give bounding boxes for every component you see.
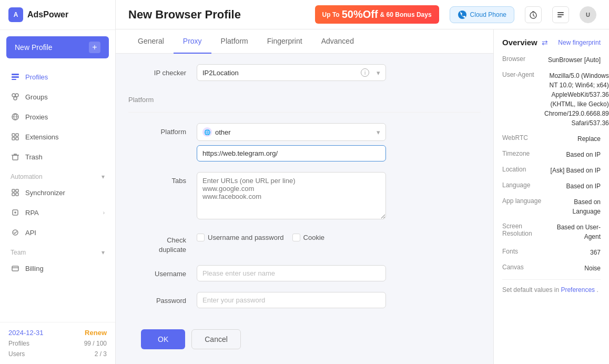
platform-label: Platform [128,123,197,137]
password-control [197,292,386,308]
svg-rect-21 [557,12,564,13]
form-body: IP checker IP2Location i ▾ Platform [116,54,493,364]
overview-row: BrowserSunBrowser [Auto] [502,55,601,65]
info-icon: i [361,68,369,77]
svg-rect-18 [12,266,18,271]
checkbox-box-username [197,234,205,241]
overview-row: WebRTCReplace [502,134,601,144]
topbar: New Browser Profile Up To 50%Off & 60 Bo… [116,0,609,29]
footer-users-stats: Users 2 / 3 [8,350,107,358]
sidebar-item-extensions[interactable]: Extensions [0,127,115,147]
svg-rect-15 [16,193,18,196]
overview-panel: Overview ⇄ New fingerprint BrowserSunBro… [493,29,609,364]
checkbox-box-cookie [292,234,300,241]
sidebar-item-profiles[interactable]: Profiles [0,67,115,87]
main-area: New Browser Profile Up To 50%Off & 60 Bo… [116,0,609,364]
sidebar-item-billing[interactable]: Billing [0,258,115,278]
timer-button[interactable] [525,6,542,23]
tabs-textarea[interactable] [197,172,386,219]
team-section-label: Team ▾ [0,242,115,258]
ip-checker-select-wrapper: IP2Location i ▾ [197,64,386,81]
tabs-control [197,172,386,221]
ip-checker-select[interactable]: IP2Location i ▾ [197,64,386,81]
platform-select[interactable]: 🌐 other ▾ [197,123,386,141]
cookie-checkbox[interactable]: Cookie [292,234,324,241]
sidebar-item-label: Profiles [25,73,48,81]
proxies-icon [11,112,20,122]
sidebar-item-label: Trash [25,153,43,161]
overview-row: Location[Ask] Based on IP [502,166,601,175]
new-fingerprint-button[interactable]: New fingerprint [558,39,601,46]
sidebar-item-synchronizer[interactable]: Synchronizer [0,183,115,203]
username-control [197,265,386,281]
tabs-label: Tabs [128,172,197,186]
svg-rect-7 [12,134,15,136]
check-duplicate-control: Username and password Cookie [197,231,386,241]
svg-rect-11 [13,155,18,160]
tab-general[interactable]: General [128,29,174,54]
logo-text: AdsPower [27,10,68,19]
tab-advanced[interactable]: Advanced [312,29,363,54]
username-password-checkbox[interactable]: Username and password [197,234,284,241]
sidebar-item-api[interactable]: API [0,223,115,242]
ip-checker-control: IP2Location i ▾ [197,64,386,81]
renew-button[interactable]: Renew [85,329,107,337]
sidebar-nav: Profiles Groups Proxies Extensions Trash [0,65,115,322]
overview-footer: Set default values in Preferences . [502,286,601,294]
svg-rect-22 [557,14,564,15]
password-input[interactable] [197,292,386,308]
password-label: Password [128,292,197,306]
check-duplicate-row: Check duplicate Username and password Co… [128,231,481,255]
content-area: General Proxy Platform Fingerprint Advan… [116,29,609,364]
trash-icon [11,152,20,161]
svg-rect-14 [12,193,15,196]
username-label: Username [128,265,197,279]
svg-rect-13 [16,189,18,192]
sidebar-footer: 2024-12-31 Renew Profiles 99 / 100 Users… [0,322,115,364]
overview-row: User-AgentMozilla/5.0 (Windows NT 10.0; … [502,71,601,128]
sidebar-item-label: Groups [25,93,48,101]
tab-fingerprint[interactable]: Fingerprint [258,29,312,54]
svg-rect-23 [557,16,562,17]
platform-section-title: Platform [128,92,481,113]
logo-area: A AdsPower [0,0,115,30]
automation-section-label: Automation ▾ [0,167,115,183]
svg-rect-10 [16,137,18,140]
tabs-row: Tabs [128,172,481,221]
page-title: New Browser Profile [128,8,241,22]
svg-rect-12 [12,189,15,192]
overview-row: CanvasNoise [502,264,601,273]
sidebar-item-label: Extensions [25,133,59,141]
svg-rect-2 [12,79,16,80]
preferences-link[interactable]: Preferences [561,286,595,294]
api-icon [11,228,20,237]
sidebar-item-rpa[interactable]: RPA › [0,203,115,223]
menu-button[interactable] [552,6,569,23]
password-row: Password [128,292,481,308]
rpa-icon [11,208,20,217]
sidebar: A AdsPower New Profile + Profiles Groups… [0,0,116,364]
cloud-phone-button[interactable]: Cloud Phone [450,6,514,23]
shuffle-icon: ⇄ [542,38,548,47]
tab-proxy[interactable]: Proxy [174,29,211,54]
sidebar-item-proxies[interactable]: Proxies [0,107,115,127]
groups-icon [11,92,20,102]
svg-point-4 [15,94,18,97]
logo-icon: A [8,7,23,22]
overview-row: Screen ResolutionBased on User-Agent [502,223,601,241]
username-input[interactable] [197,265,386,281]
platform-row: Platform 🌐 other ▾ [128,123,481,161]
sidebar-item-groups[interactable]: Groups [0,87,115,107]
ok-button[interactable]: OK [141,329,185,349]
platform-url-input[interactable] [197,145,386,161]
form-actions: OK Cancel [128,319,481,360]
svg-rect-0 [12,74,19,75]
new-profile-button[interactable]: New Profile + [6,36,109,58]
user-avatar[interactable]: U [580,6,596,23]
sidebar-item-trash[interactable]: Trash [0,147,115,167]
extensions-icon [11,132,20,141]
tab-platform[interactable]: Platform [211,29,258,54]
overview-row: LanguageBased on IP [502,181,601,191]
cancel-button[interactable]: Cancel [191,329,241,349]
synchronizer-icon [11,188,20,197]
